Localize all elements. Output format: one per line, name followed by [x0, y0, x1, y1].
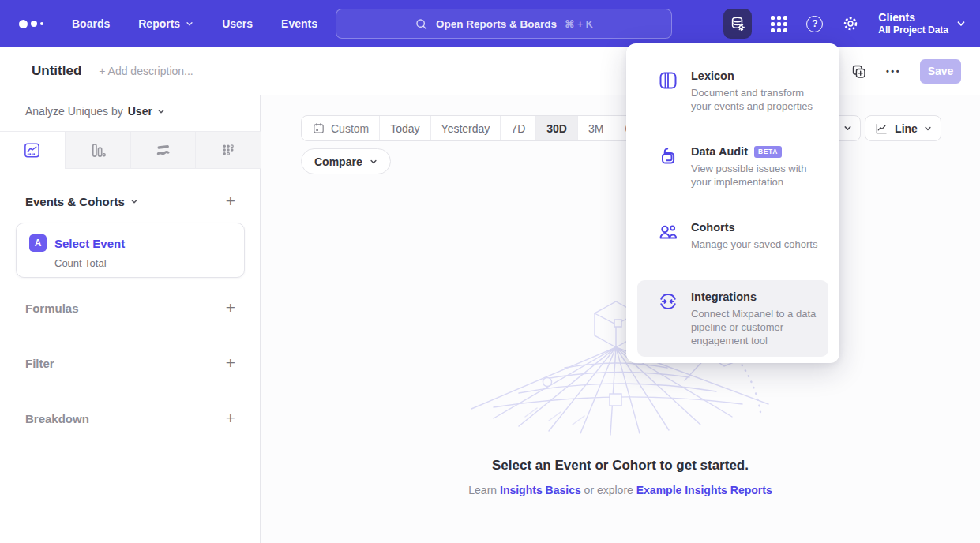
chevron-down-icon — [186, 20, 193, 28]
nav-item-events[interactable]: Events — [281, 17, 317, 30]
lexicon-icon — [657, 69, 679, 113]
nav-item-label: Users — [222, 17, 253, 30]
save-button[interactable]: Save — [920, 59, 961, 84]
search-icon — [415, 17, 428, 31]
date-range-today[interactable]: Today — [379, 116, 430, 140]
duplicate-report-button[interactable] — [850, 63, 867, 80]
nav-item-label: Events — [281, 17, 317, 30]
chevron-down-icon — [370, 158, 377, 166]
nav-item-reports[interactable]: Reports — [138, 17, 193, 30]
tab-metric-chart[interactable] — [195, 132, 261, 169]
help-icon: ? — [806, 16, 823, 32]
add-filter-button[interactable]: + — [226, 355, 235, 371]
empty-state-links: Learn Insights Basics or explore Example… — [261, 484, 980, 496]
menu-item-description: View possible issues with your implement… — [691, 162, 824, 189]
data-audit-icon — [657, 144, 679, 189]
more-options-button[interactable]: ••• — [886, 66, 901, 76]
chevron-down-icon — [924, 125, 932, 133]
empty-state-title: Select an Event or Cohort to get started… — [261, 458, 980, 474]
chart-type-label: Line — [895, 122, 918, 135]
top-nav: Boards Reports Users Events Open Reports… — [0, 0, 980, 47]
events-cohorts-header: Events & Cohorts + — [25, 193, 235, 209]
search-placeholder: Open Reports & Boards — [436, 18, 557, 30]
learn-label: Learn — [468, 484, 497, 496]
nav-right-cluster: ? Clients All Project Data — [723, 0, 966, 47]
menu-item-title: Lexicon — [691, 69, 734, 83]
beta-badge: BETA — [754, 146, 782, 158]
date-range-7d[interactable]: 7D — [500, 116, 535, 140]
menu-item-description: Manage your saved cohorts — [691, 238, 817, 251]
menu-item-title: Integrations — [691, 290, 757, 304]
line-chart-tab-icon — [23, 141, 41, 159]
metric-tab-icon — [220, 141, 238, 159]
project-switcher[interactable]: Clients All Project Data — [878, 11, 966, 36]
analyze-row: Analyze Uniques by User — [25, 105, 165, 118]
example-reports-link[interactable]: Example Insights Reports — [636, 484, 772, 496]
gear-icon — [842, 15, 859, 32]
explore-label: or explore — [584, 484, 633, 496]
settings-button[interactable] — [842, 15, 859, 32]
nav-item-label: Boards — [72, 17, 110, 30]
chevron-down-icon — [130, 197, 138, 205]
app-root: Boards Reports Users Events Open Reports… — [0, 0, 980, 543]
event-aggregation-label[interactable]: Count Total — [54, 257, 244, 269]
nav-item-users[interactable]: Users — [222, 17, 253, 30]
event-card[interactable]: A Select Event Count Total — [16, 223, 245, 278]
nav-item-boards[interactable]: Boards — [72, 17, 110, 30]
chart-type-tabs — [0, 131, 261, 169]
add-formula-button[interactable]: + — [226, 300, 235, 316]
query-sidebar: Analyze Uniques by User — [0, 95, 261, 543]
chevron-down-icon — [956, 19, 966, 28]
compare-dropdown[interactable]: Compare — [301, 148, 391, 174]
menu-item-description: Document and transform your events and p… — [691, 86, 824, 113]
chart-type-dropdown[interactable]: Line — [865, 115, 941, 141]
select-event-label[interactable]: Select Event — [54, 237, 125, 250]
menu-item-data-audit[interactable]: Data Audit BETA View possible issues wit… — [626, 144, 839, 189]
insights-basics-link[interactable]: Insights Basics — [500, 484, 581, 496]
chevron-down-icon — [157, 107, 165, 115]
date-range-3m[interactable]: 3M — [577, 116, 614, 140]
add-breakdown-button[interactable]: + — [226, 410, 235, 426]
flows-tab-icon — [154, 141, 172, 159]
formulas-section: Formulas + — [25, 300, 235, 316]
calendar-icon — [312, 122, 325, 135]
add-event-button[interactable]: + — [226, 193, 235, 209]
search-shortcut: ⌘ + K — [565, 18, 593, 30]
event-series-badge: A — [29, 234, 47, 252]
mixpanel-logo-icon[interactable] — [19, 20, 43, 28]
chevron-down-icon — [843, 124, 852, 133]
breakdown-section: Breakdown + — [25, 410, 235, 426]
apps-grid-button[interactable] — [771, 16, 787, 32]
menu-item-title: Cohorts — [691, 220, 735, 234]
report-actions: ••• Save — [850, 59, 961, 84]
date-range-yesterday[interactable]: Yesterday — [430, 116, 501, 140]
menu-item-description: Connect Mixpanel to a data pipeline or c… — [691, 307, 824, 347]
events-cohorts-toggle[interactable]: Events & Cohorts — [25, 195, 138, 208]
database-gear-icon — [729, 15, 746, 32]
report-description-placeholder[interactable]: + Add description... — [99, 65, 193, 77]
tab-bar-chart[interactable] — [65, 132, 130, 169]
copy-plus-icon — [850, 63, 867, 80]
tab-line-chart[interactable] — [0, 132, 65, 169]
date-range-custom[interactable]: Custom — [302, 116, 379, 140]
menu-item-title: Data Audit — [691, 144, 748, 159]
line-chart-icon — [874, 122, 888, 136]
global-search[interactable]: Open Reports & Boards ⌘ + K — [336, 9, 672, 39]
menu-item-integrations[interactable]: Integrations Connect Mixpanel to a data … — [637, 280, 828, 357]
date-range-30d[interactable]: 30D — [535, 116, 577, 140]
grid-icon — [771, 16, 787, 32]
report-title[interactable]: Untitled — [32, 63, 81, 79]
breakdown-label: Breakdown — [25, 412, 89, 425]
date-range-control: Custom Today Yesterday 7D 30D 3M 6M — [301, 115, 651, 141]
data-management-menu: Lexicon Document and transform your even… — [626, 43, 839, 363]
menu-item-cohorts[interactable]: Cohorts Manage your saved cohorts — [626, 220, 839, 251]
help-button[interactable]: ? — [806, 16, 823, 32]
data-management-button[interactable] — [723, 9, 752, 39]
analyze-unit-dropdown[interactable]: User — [128, 105, 165, 118]
menu-item-lexicon[interactable]: Lexicon Document and transform your even… — [626, 69, 839, 113]
tab-stacked-chart[interactable] — [130, 132, 196, 169]
nav-item-label: Reports — [138, 17, 180, 30]
primary-nav: Boards Reports Users Events — [72, 17, 317, 30]
project-name: Clients — [878, 11, 948, 24]
filter-section: Filter + — [25, 355, 235, 371]
